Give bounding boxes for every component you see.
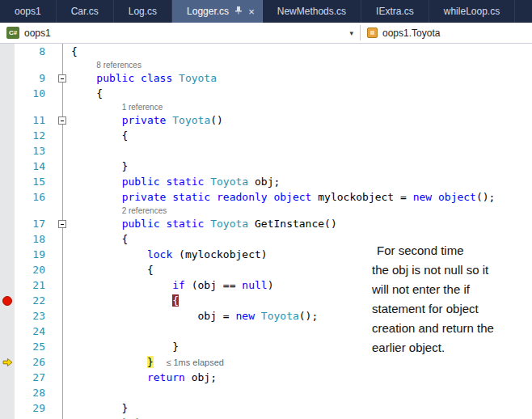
code-text: } [71,400,532,416]
codelens-references[interactable]: 8 references [96,61,141,70]
collapse-icon[interactable] [58,220,66,228]
fold-margin [53,385,71,400]
type-dropdown[interactable]: oops1.Toyota [361,23,532,43]
code-line: 9 public class Toyota [0,70,532,86]
tab-logger-cs[interactable]: Logger.cs× [172,0,263,23]
code-text: { [71,128,532,143]
glyph-margin[interactable] [0,354,15,370]
tab-log-cs[interactable]: Log.cs [114,0,172,23]
code-line: 15 public static Toyota obj; [0,174,532,189]
type-dropdown-value: oops1.Toyota [382,28,440,39]
glyph-margin[interactable] [0,416,15,419]
fold-margin [53,44,71,59]
fold-guide-line [62,339,63,354]
glyph-margin[interactable] [0,231,15,247]
fold-guide-line [62,231,63,247]
glyph-margin[interactable] [0,400,15,416]
fold-margin [53,308,71,324]
glyph-margin[interactable] [0,128,15,143]
glyph-margin[interactable] [0,86,15,101]
line-number: 14 [15,159,53,174]
code-text [71,385,532,400]
codelens-text: 1 reference [71,416,532,419]
collapse-icon[interactable] [58,116,66,125]
glyph-margin[interactable] [0,59,15,70]
tab-iextra-cs[interactable]: IExtra.cs [361,0,429,23]
line-number: 28 [15,385,53,400]
fold-guide-line [62,324,63,339]
fold-margin [53,101,71,112]
glyph-margin[interactable] [0,308,15,324]
tab-label: IExtra.cs [376,6,414,17]
breakpoint-icon[interactable] [2,296,12,306]
code-line: 14 } [0,159,532,174]
line-number: 21 [15,277,53,293]
fold-margin [53,262,71,277]
class-icon [367,28,378,38]
fold-margin[interactable] [53,216,71,231]
fold-margin [53,86,71,101]
glyph-margin[interactable] [0,143,15,159]
glyph-margin[interactable] [0,247,15,262]
fold-guide-line [62,128,63,143]
code-text: { [71,44,532,59]
fold-guide-line [62,159,63,174]
glyph-margin[interactable] [0,277,15,293]
glyph-margin[interactable] [0,370,15,385]
codelens-line: 8 references [0,59,532,70]
glyph-margin[interactable] [0,189,15,205]
code-text: private static readonly object mylockobj… [71,189,532,205]
annotation-line: earlier object. [372,338,494,358]
chevron-down-icon[interactable]: ▾ [349,29,353,37]
pin-icon[interactable] [234,6,243,17]
glyph-margin[interactable] [0,70,15,86]
glyph-margin[interactable] [0,44,15,59]
fold-guide-line [62,354,63,370]
tab-oops1[interactable]: oops1 [0,0,57,23]
tab-label: Logger.cs [187,6,229,17]
close-icon[interactable]: × [248,6,255,17]
tab-car-cs[interactable]: Car.cs [57,0,114,23]
fold-guide-line [62,101,63,112]
collapse-icon[interactable] [58,74,66,83]
fold-guide-line [62,400,63,416]
tab-newmethods-cs[interactable]: NewMethods.cs [263,0,361,23]
glyph-margin[interactable] [0,385,15,400]
fold-margin[interactable] [53,70,71,86]
tab-whileloop-cs[interactable]: whileLoop.cs [429,0,515,23]
code-editor[interactable]: 8{ 8 references9 public class Toyota10 {… [0,44,532,419]
annotation-line: the obj is not null so it [372,260,494,280]
glyph-margin[interactable] [0,293,15,308]
codelens-text: 8 references [71,59,532,70]
line-number: 12 [15,128,53,143]
line-number [15,101,53,112]
project-dropdown[interactable]: C# oops1 ▾ [0,23,360,43]
glyph-margin[interactable] [0,174,15,189]
line-number: 22 [15,293,53,308]
glyph-margin[interactable] [0,216,15,231]
fold-margin [53,339,71,354]
glyph-margin[interactable] [0,339,15,354]
code-line: 13 [0,143,532,159]
navigation-bar: C# oops1 ▾ oops1.Toyota [0,23,532,44]
glyph-margin[interactable] [0,262,15,277]
fold-guide-line [62,189,63,205]
fold-margin[interactable] [53,112,71,128]
fold-guide-line [62,247,63,262]
code-line: 16 private static readonly object mylock… [0,189,532,205]
annotation-line: creation and return the [372,319,494,338]
glyph-margin[interactable] [0,101,15,112]
fold-guide-line [62,143,63,159]
glyph-margin[interactable] [0,324,15,339]
fold-guide-line [62,370,63,385]
glyph-margin[interactable] [0,159,15,174]
line-number: 27 [15,370,53,385]
codelens-references[interactable]: 1 reference [122,103,163,112]
codelens-references[interactable]: 2 references [122,206,167,215]
glyph-margin[interactable] [0,112,15,128]
csharp-project-icon: C# [6,27,19,39]
tab-label: NewMethods.cs [277,6,346,17]
fold-margin [53,370,71,385]
glyph-margin[interactable] [0,205,15,216]
line-number: 23 [15,308,53,324]
